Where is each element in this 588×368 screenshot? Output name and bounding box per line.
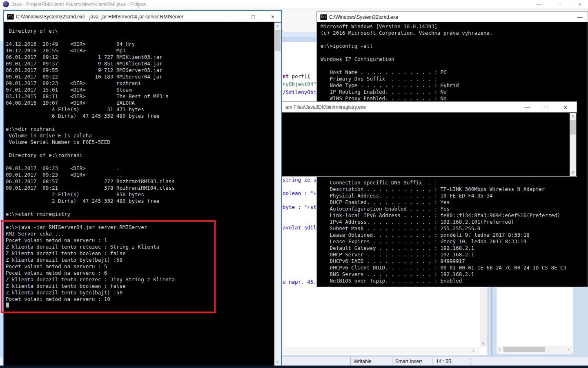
status-divider bbox=[350, 357, 351, 366]
status-writable: Writable bbox=[354, 359, 372, 364]
scroll-up-icon[interactable]: ∧ bbox=[571, 114, 574, 118]
code-fragment-2: nyObjekt04" bbox=[283, 81, 316, 87]
maximize-icon[interactable]: □ bbox=[247, 13, 259, 20]
code-fragment-7: avolat sdil bbox=[283, 225, 316, 231]
editor-vertical-scrollbar[interactable]: ∨ bbox=[480, 288, 487, 347]
close-icon[interactable]: × bbox=[267, 13, 278, 20]
desktop: Java - ProjektRMIKlientLAN/src/klient/Kl… bbox=[0, 0, 588, 368]
eclipse-minimize-button[interactable]: — bbox=[532, 0, 546, 9]
editor-horizontal-scrollbar[interactable]: › bbox=[281, 347, 480, 354]
eclipse-close-button[interactable]: × bbox=[573, 0, 587, 9]
status-drag-handle[interactable] bbox=[470, 358, 471, 365]
scroll-down-icon[interactable]: ∨ bbox=[276, 360, 279, 364]
cmd-icon: C:\ bbox=[320, 14, 327, 20]
rmiserver-console-output[interactable]: Directory of e:\ 24.12.2016 20:49 <DIR> … bbox=[6, 28, 175, 303]
cmd-ipconfig-titlebar[interactable]: C:\ C:\Windows\System32\cmd.exe — bbox=[317, 12, 588, 22]
cmd-ipconfig-title: C:\Windows\System32\cmd.exe bbox=[329, 14, 398, 20]
eclipse-logo-icon bbox=[3, 1, 9, 7]
panel-splitter[interactable] bbox=[491, 287, 492, 356]
eclipse-titlebar[interactable]: Java - ProjektRMIKlientLAN/src/klient/Kl… bbox=[0, 0, 588, 9]
status-divider bbox=[432, 357, 432, 366]
cmd-rmiserver-title: C:\Windows\System32\cmd.exe - java -jar … bbox=[16, 14, 183, 20]
maximize-icon[interactable]: □ bbox=[541, 104, 552, 110]
eclipse-tab-band bbox=[281, 32, 320, 37]
code-fragment-6: byte : "+st bbox=[283, 204, 316, 210]
code-fragment-5: oolean : "+ bbox=[283, 191, 316, 196]
bottom-edge bbox=[0, 366, 588, 368]
scroll-right-icon[interactable]: › bbox=[568, 348, 569, 352]
code-fragment-3: /SdilenyObj bbox=[283, 90, 316, 95]
minimize-icon[interactable]: — bbox=[521, 104, 533, 110]
ipconfig-output-top[interactable]: Microsoft Windows [Version 10.0.14393] (… bbox=[321, 23, 492, 102]
cmd-icon: C:\ bbox=[7, 14, 14, 20]
code-fragment-4: string ze s bbox=[283, 177, 316, 183]
ipconfig-output-bottom[interactable]: Connection-specific DNS Suffix . : Descr… bbox=[321, 180, 566, 284]
status-divider bbox=[392, 357, 392, 366]
scrollbar-thumb[interactable] bbox=[275, 30, 281, 51]
minimize-icon[interactable]: — bbox=[228, 13, 239, 20]
eclipse-tab-band-2 bbox=[281, 37, 320, 42]
eclipse-right-panel[interactable]: ‹ › bbox=[496, 287, 573, 354]
rmiregistry-titlebar[interactable]: am Files\JavaJDK\bin\rmiregistry.exe — □… bbox=[282, 102, 577, 112]
code-plain: port){ bbox=[289, 73, 310, 79]
scroll-down-icon[interactable]: ∨ bbox=[482, 341, 485, 346]
rmiregistry-window[interactable]: am Files\JavaJDK\bin\rmiregistry.exe — □… bbox=[282, 101, 577, 177]
scroll-right-icon[interactable]: › bbox=[473, 349, 474, 353]
rmiserver-scrollbar[interactable]: ∧ ∨ bbox=[274, 22, 281, 366]
code-fragment-1: nt port){ bbox=[283, 74, 310, 79]
scroll-up-icon[interactable]: ∧ bbox=[276, 24, 279, 28]
eclipse-window-title: Java - ProjektRMIKlientLAN/src/klient/Kl… bbox=[11, 2, 146, 7]
cmd-window-rmiserver[interactable]: C:\ C:\Windows\System32\cmd.exe - java -… bbox=[3, 10, 282, 366]
eclipse-restore-button[interactable]: □ bbox=[552, 0, 566, 9]
minimize-icon[interactable]: — bbox=[574, 14, 586, 20]
cmd-rmiserver-titlebar[interactable]: C:\ C:\Windows\System32\cmd.exe - java -… bbox=[4, 11, 281, 22]
scroll-down-icon[interactable]: ∨ bbox=[571, 171, 574, 175]
right-panel-horizontal-scrollbar[interactable]: ‹ › bbox=[497, 346, 572, 353]
status-cursor-position: 14 : 55 bbox=[436, 359, 451, 364]
rmiregistry-title: am Files\JavaJDK\bin\rmiregistry.exe bbox=[285, 104, 366, 110]
rmiregistry-scrollbar[interactable]: ∧ ∨ bbox=[570, 113, 576, 176]
status-insert-mode: Smart Insert bbox=[395, 359, 422, 364]
code-keyword: nt bbox=[283, 73, 289, 79]
code-fragment-8: u napr. 45. bbox=[283, 279, 316, 285]
scrollbar-thumb[interactable] bbox=[570, 120, 576, 135]
console-cursor bbox=[6, 303, 9, 307]
close-icon[interactable]: × bbox=[560, 104, 571, 111]
scroll-left-icon[interactable]: ‹ bbox=[499, 348, 500, 352]
scrollbar-thumb[interactable] bbox=[503, 347, 545, 352]
